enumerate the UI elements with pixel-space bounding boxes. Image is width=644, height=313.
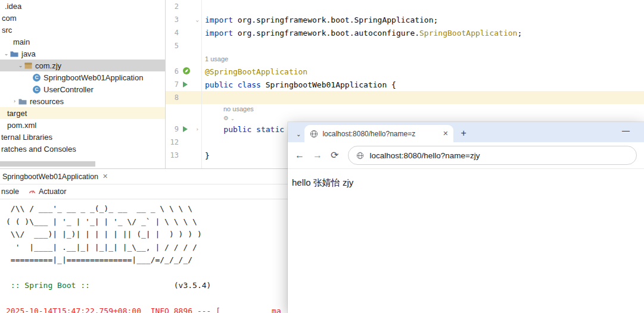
screen: .idea com src main ⌄ java ⌄ com.zjy C Sp [0, 0, 644, 313]
tree-horizontal-scrollbar[interactable] [0, 161, 95, 167]
browser-tab-strip: ⌄ localhost:8080/hello?name=z ✕ + — [288, 122, 644, 142]
tree-item-label: src [2, 26, 12, 35]
inlay-settings-row: ⚙ ⌄ [166, 113, 644, 123]
line-number: 5 [166, 42, 179, 50]
tree-item-idea[interactable]: .idea [0, 0, 165, 12]
line-number: 3 [166, 15, 179, 24]
globe-icon [310, 130, 318, 138]
refresh-button[interactable]: ⟳ [331, 151, 338, 160]
tree-item-springbootweb01application[interactable]: C SpringbootWeb01Application [0, 71, 165, 83]
editor-line: 5 [166, 39, 644, 52]
tree-item-label: .idea [5, 2, 21, 11]
address-bar[interactable]: localhost:8080/hello?name=zjy [348, 146, 637, 165]
code-text: ; [517, 29, 522, 37]
tree-item-label: ternal Libraries [1, 133, 52, 142]
run-tab-springbootweb01application[interactable]: SpringbootWeb01Application ✕ [0, 169, 113, 184]
line-number: 2 [166, 2, 179, 11]
tree-item-scratches-and-consoles[interactable]: ratches and Consoles [0, 143, 165, 155]
annotation-class: SpringBootApplication [419, 29, 517, 37]
editor-line-highlighted: 8 [166, 91, 644, 104]
keyword: public static [205, 125, 289, 134]
folder-icon [10, 51, 18, 57]
class-icon: C [33, 86, 41, 93]
fold-chevron-icon[interactable]: ⌄ [196, 17, 201, 23]
tab-console[interactable]: nsole [0, 184, 24, 199]
code-text: org.springframework.boot.SpringApplicati… [233, 15, 438, 24]
tree-item-usercontroller[interactable]: C UserController [0, 83, 165, 95]
folder-icon [18, 98, 27, 105]
editor-line: 4 import org.springframework.boot.autoco… [166, 26, 644, 39]
tab-search-chevron-icon[interactable]: ⌄ [296, 131, 301, 137]
tree-item-main[interactable]: main [0, 36, 165, 48]
browser-tab[interactable]: localhost:8080/hello?name=z ✕ [304, 125, 453, 142]
folded-region-icon[interactable]: › [196, 126, 201, 132]
tree-item-src[interactable]: src [0, 24, 165, 36]
gear-icon[interactable]: ⚙ [223, 115, 229, 121]
tree-item-label: resources [30, 97, 64, 106]
new-tab-button[interactable]: + [461, 129, 466, 138]
actuator-tab-label: Actuator [39, 187, 67, 196]
chevron-down-icon[interactable]: ⌄ [231, 116, 235, 121]
spring-boot-icon[interactable] [183, 67, 190, 76]
globe-icon [356, 152, 364, 159]
tree-item-label: UserController [43, 85, 94, 94]
tree-item-external-libraries[interactable]: ternal Libraries [0, 131, 165, 143]
spring-boot-label: :: Spring Boot :: [6, 281, 90, 290]
tree-item-label: ratches and Consoles [1, 145, 76, 154]
chevron-down-icon[interactable]: ⌄ [2, 51, 10, 57]
annotation: @SpringBootApplication [205, 67, 307, 76]
page-text: hello 张婧怡 zjy [292, 177, 353, 187]
tree-item-label: SpringbootWeb01Application [43, 73, 143, 82]
line-number: 13 [166, 151, 179, 159]
editor-line: 6 @SpringBootApplication [166, 65, 644, 78]
keyword: import [205, 15, 233, 24]
browser-page: hello 张婧怡 zjy [288, 168, 644, 189]
tree-item-java[interactable]: ⌄ java [0, 48, 165, 60]
usages-hint[interactable]: 1 usage [201, 55, 228, 62]
package-icon [24, 62, 32, 69]
chevron-down-icon[interactable]: ⌄ [17, 63, 24, 68]
tab-actuator[interactable]: Actuator [24, 184, 71, 199]
keyword: public class [205, 80, 266, 89]
spring-version: (v3.5.4) [174, 281, 211, 290]
actuator-icon [29, 187, 36, 196]
code-text: SpringbootWeb01Application { [266, 80, 396, 89]
tree-item-pom-xml[interactable]: pom.xml [0, 119, 165, 131]
back-button[interactable]: ← [295, 151, 304, 160]
no-usages-hint[interactable]: no usages [201, 105, 254, 112]
code-text: } [205, 151, 210, 160]
chevron-right-icon[interactable]: › [11, 99, 18, 104]
browser-tab-title: localhost:8080/hello?name=z [322, 130, 438, 138]
browser-window: ⌄ localhost:8080/hello?name=z ✕ + — ← → … [288, 122, 644, 313]
line-number: 4 [166, 29, 179, 37]
line-number: 9 [166, 125, 179, 133]
code-text: org.springframework.boot.autoconfigure. [233, 29, 419, 37]
tree-item-label: com [2, 14, 17, 23]
keyword: import [205, 29, 233, 37]
forward-button[interactable]: → [313, 151, 322, 160]
tree-item-label: pom.xml [7, 121, 36, 130]
tab-close-icon[interactable]: ✕ [443, 130, 448, 137]
tree-item-resources[interactable]: › resources [0, 95, 165, 107]
tree-item-label: target [7, 109, 27, 118]
console-tab-label: nsole [1, 187, 19, 196]
close-icon[interactable]: ✕ [102, 173, 108, 180]
usages-inlay-row: 1 usage [166, 52, 644, 65]
project-tree: .idea com src main ⌄ java ⌄ com.zjy C Sp [0, 0, 166, 168]
no-usages-inlay-row: no usages [166, 104, 644, 113]
browser-navbar: ← → ⟳ localhost:8080/hello?name=zjy [288, 142, 644, 168]
line-number: 8 [166, 93, 179, 102]
tree-item-com-zjy[interactable]: ⌄ com.zjy [0, 60, 165, 71]
editor-line: 2 [166, 0, 644, 13]
minimize-button[interactable]: — [622, 126, 630, 135]
run-main-icon[interactable] [183, 126, 188, 132]
line-number: 12 [166, 138, 179, 146]
line-number: 7 [166, 80, 179, 89]
address-url: localhost:8080/hello?name=zjy [369, 151, 480, 160]
tree-item-label: java [21, 49, 36, 58]
tree-item-target[interactable]: target [0, 107, 165, 119]
tree-item-label: com.zjy [35, 61, 61, 70]
tree-item-com[interactable]: com [0, 12, 165, 24]
run-class-icon[interactable] [183, 82, 188, 87]
class-icon: C [33, 74, 41, 82]
